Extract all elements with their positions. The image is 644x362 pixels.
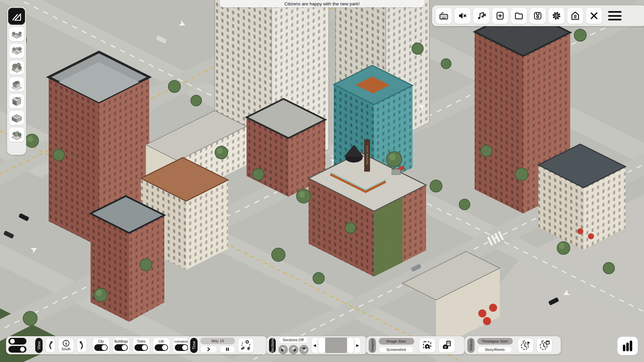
view-section-label: View: [35, 338, 43, 353]
range-handle-left[interactable]: [318, 337, 325, 353]
images-panel: Images Image Size: Screenshot: [366, 336, 465, 354]
time-panel: Time May 19: [188, 336, 267, 354]
play-icon: [207, 347, 211, 351]
range-track[interactable]: [325, 338, 347, 353]
seasons-cycle-icon: [240, 340, 252, 351]
screenshot-camera-icon: [422, 340, 433, 351]
city-hostel-sign: CITY HOSTEL: [364, 139, 370, 172]
rotate-left-button[interactable]: [45, 338, 55, 353]
tool-bushes-button[interactable]: [9, 127, 24, 142]
images-section-label: Images: [369, 338, 376, 353]
toggle-buildings[interactable]: Buildings: [112, 338, 130, 353]
rotate-right-icon: [78, 340, 85, 350]
trees-switch[interactable]: [135, 344, 148, 351]
toggle-glyph: [8, 338, 26, 345]
toggle-city[interactable]: City: [92, 338, 110, 353]
stats-button[interactable]: [617, 337, 638, 355]
sections-status: Sections Off: [278, 337, 308, 343]
screenshot-button[interactable]: [419, 338, 436, 353]
bushes-icon: [11, 129, 23, 140]
bar-chart-icon: [621, 339, 634, 353]
app-logo[interactable]: [8, 8, 25, 25]
play-button[interactable]: [200, 346, 217, 353]
sound-mute-button[interactable]: [454, 7, 471, 24]
life-switch[interactable]: [155, 344, 168, 351]
section-y-button[interactable]: [289, 345, 298, 354]
compass-button[interactable]: South: [58, 338, 74, 353]
videos-section-label: Videos: [467, 338, 475, 353]
timelapse-size-label: Timelapse Size:: [477, 338, 513, 345]
tool-plaza-button[interactable]: [9, 43, 24, 58]
sections-panel: Sections Sections Off: [267, 336, 367, 354]
ui-toggles-button[interactable]: [8, 338, 27, 353]
keyboard-icon: [439, 11, 449, 21]
notification-text: Citizens are happy with the new park!: [284, 1, 360, 6]
keyboard-shortcuts-button[interactable]: [435, 7, 452, 24]
speaker-off-icon: [458, 11, 468, 21]
plaza-icon: [11, 45, 23, 57]
tool-small-building-button[interactable]: [9, 77, 24, 92]
top-toolbar: [432, 5, 644, 26]
load-button[interactable]: [511, 7, 527, 24]
seasons-button[interactable]: [238, 338, 254, 353]
pause-icon: [226, 347, 229, 351]
view-panel: View South City Buil: [6, 336, 193, 354]
city-viewport[interactable]: [0, 0, 644, 362]
trees-icon: [11, 62, 23, 73]
folder-icon: [514, 11, 524, 21]
time-section-label: Time: [190, 338, 198, 353]
settings-button[interactable]: [548, 7, 565, 24]
image-size-label: Image Size:: [379, 338, 414, 345]
new-city-button[interactable]: [492, 7, 508, 24]
compass-direction: South: [61, 347, 70, 351]
timelapse-play-icon: [520, 340, 531, 351]
section-z-button[interactable]: [299, 345, 309, 354]
range-left-arrow[interactable]: ◀: [312, 343, 318, 348]
tool-trees-button[interactable]: [9, 60, 24, 75]
game-window: CITY HOSTEL Citizens are happy with the …: [0, 0, 644, 362]
building-camera-icon: [441, 340, 452, 351]
music-mute-button[interactable]: [473, 7, 490, 24]
toggle-life[interactable]: Life: [153, 338, 170, 353]
cube-top-icon: [301, 346, 307, 353]
add-icon: [495, 11, 505, 21]
buildings-switch[interactable]: [114, 344, 128, 351]
tool-mixed-building-button[interactable]: [9, 94, 24, 109]
menu-icon: [608, 11, 622, 13]
image-size-value[interactable]: Screenshot: [379, 346, 414, 353]
save-icon: [533, 11, 543, 21]
building-photo-button[interactable]: [438, 338, 455, 353]
animations-switch[interactable]: [175, 344, 188, 351]
patch-notes-button[interactable]: [567, 7, 584, 24]
range-right-arrow[interactable]: ▶: [355, 343, 361, 348]
timelapse-size-value[interactable]: Story/Reels: [477, 346, 512, 353]
cube-right-icon: [290, 346, 297, 353]
mixed-building-icon: [11, 96, 23, 107]
section-x-button[interactable]: [278, 345, 288, 354]
notification-banner: Citizens are happy with the new park!: [220, 0, 424, 7]
menu-button[interactable]: [607, 9, 623, 22]
industrial-icon: [11, 112, 23, 124]
pause-button[interactable]: [220, 346, 235, 353]
timelapse-save-button[interactable]: [536, 338, 552, 353]
tool-road-button[interactable]: [9, 26, 24, 42]
build-sidebar: [7, 7, 26, 155]
sections-section-label: Sections: [269, 338, 276, 353]
timelapse-play-button[interactable]: [518, 338, 534, 353]
patch-notes-icon: [570, 11, 580, 21]
videos-panel: Videos Timelapse Size: Story/Reels: [465, 336, 561, 354]
rotate-right-button[interactable]: [77, 338, 87, 353]
close-icon: [589, 11, 599, 21]
rotate-left-icon: [47, 340, 54, 350]
road-tile-icon: [11, 28, 23, 40]
close-button[interactable]: [586, 7, 602, 24]
toggle-trees[interactable]: Trees: [132, 338, 150, 353]
section-range-slider[interactable]: ◀ ▶: [311, 337, 361, 353]
drafting-tools-icon: [10, 10, 23, 23]
small-building-icon: [11, 79, 23, 90]
tool-industrial-button[interactable]: [9, 110, 24, 125]
date-display: May 19: [200, 338, 235, 344]
range-handle-right[interactable]: [347, 337, 355, 353]
city-switch[interactable]: [94, 344, 108, 351]
save-button[interactable]: [529, 7, 546, 24]
